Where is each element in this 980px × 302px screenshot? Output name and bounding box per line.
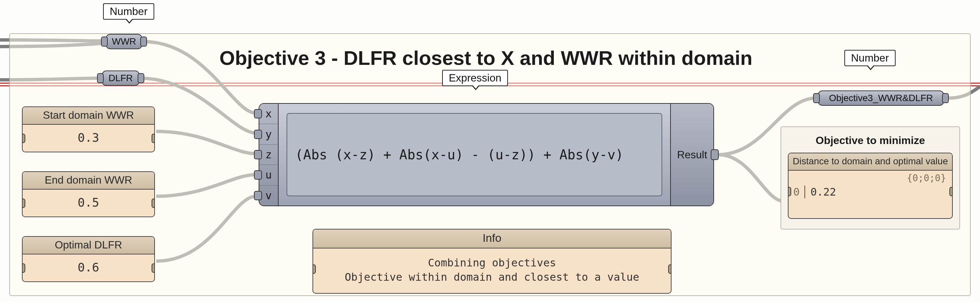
tag-expression: Expression [442,70,508,86]
expression-body: (Abs (x-z) + Abs(x-u) - (u-z)) + Abs(y-v… [278,104,670,206]
param-objective3[interactable]: Objective3_WWR&DLFR [818,91,944,106]
data-branch-label: {0;0;0} [789,171,952,184]
expression-output[interactable]: Result [670,104,713,206]
port-in-icon [788,187,791,196]
input-port-u[interactable]: u [259,165,278,185]
objective-title: Objective to minimize [788,134,953,147]
panel-title: Distance to domain and optimal value [789,153,952,171]
param-dlfr[interactable]: DLFR [102,70,140,86]
input-grip-icon [97,73,104,83]
port-in-icon [22,198,25,208]
row-value: 0.22 [805,185,836,198]
visual-programming-canvas[interactable]: Objective 3 - DLFR closest to X and WWR … [0,0,980,302]
panel-optimal-dlfr[interactable]: Optimal DLFR 0.6 [22,236,155,282]
port-in-icon [22,134,25,143]
panel-title: End domain WWR [22,172,154,190]
panel-value: 0.3 [22,125,154,152]
panel-info[interactable]: Info Combining objectives Objective with… [312,229,671,294]
port-out-icon [950,187,953,196]
expression-formula[interactable]: (Abs (x-z) + Abs(x-u) - (u-z)) + Abs(y-v… [286,113,662,196]
panel-value: 0.6 [22,254,154,281]
panel-end-domain-wwr[interactable]: End domain WWR 0.5 [22,171,155,217]
param-label: WWR [112,36,136,47]
input-port-z[interactable]: z [259,145,278,165]
tag-number-left: Number [103,3,154,20]
port-in-icon [22,264,25,273]
panel-value: 0.5 [22,190,154,217]
group-title: Objective 3 - DLFR closest to X and WWR … [220,46,752,70]
input-port-y[interactable]: y [259,124,278,144]
panel-title: Start domain WWR [22,107,154,125]
panel-distance-to-domain[interactable]: Distance to domain and optimal value {0;… [788,153,953,219]
expression-inputs: x y z u v [259,104,278,206]
input-port-v[interactable]: v [259,185,278,206]
param-label: DLFR [108,73,133,83]
input-grip-icon [101,37,108,46]
expression-component[interactable]: x y z u v (Abs (x-z) + Abs(x-u) - (u-z))… [259,103,714,206]
panel-start-domain-wwr[interactable]: Start domain WWR 0.3 [22,106,155,152]
output-grip-icon [942,93,949,103]
output-grip-icon [138,73,144,83]
tag-number-right: Number [844,50,896,66]
param-label: Objective3_WWR&DLFR [829,93,933,104]
port-out-icon [668,264,671,274]
panel-title: Optimal DLFR [22,237,154,254]
output-grip-icon [140,37,147,46]
port-out-icon [151,264,155,273]
input-grip-icon [813,93,820,103]
objective-to-minimize-group: Objective to minimize Distance to domain… [781,126,960,230]
param-wwr[interactable]: WWR [106,34,142,49]
input-port-x[interactable]: x [259,104,278,124]
port-out-icon [151,134,155,143]
port-in-icon [312,264,316,274]
data-row: 0 0.22 [789,184,952,218]
port-out-icon [151,198,155,208]
panel-body: Combining objectives Objective within do… [313,248,671,293]
panel-title: Info [313,230,671,248]
